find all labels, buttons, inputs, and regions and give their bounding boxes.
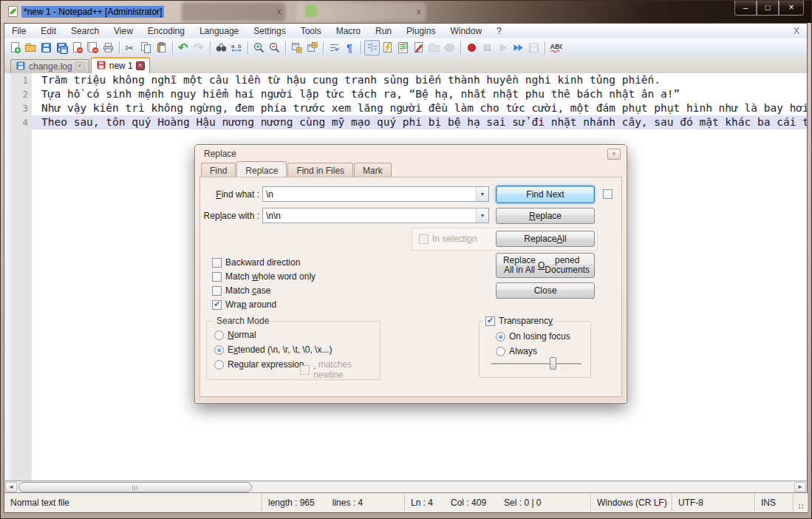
folder-workspace-button[interactable]: [426, 40, 442, 55]
save-all-button[interactable]: [54, 40, 69, 55]
tab-close-icon[interactable]: ×: [136, 61, 145, 70]
dialog-tab-find-in-files[interactable]: Find in Files: [287, 163, 353, 177]
menu-help[interactable]: ?: [489, 24, 509, 38]
new-file-button[interactable]: [7, 40, 23, 55]
title-bar[interactable]: x x *new 1 - Notepad++ [Administrator] –…: [1, 1, 811, 23]
menu-edit[interactable]: Edit: [33, 24, 64, 38]
menu-plugins[interactable]: Plugins: [399, 24, 443, 38]
replace-button[interactable]: ab: [229, 40, 245, 55]
find-what-combobox[interactable]: \n ▼: [262, 186, 489, 202]
replace-all-button[interactable]: Replace All: [496, 231, 595, 247]
menu-settings[interactable]: Settings: [246, 24, 293, 38]
slider-thumb[interactable]: [550, 357, 556, 370]
dialog-tab-find[interactable]: Find: [201, 163, 236, 177]
status-encoding[interactable]: UTF-8: [672, 493, 755, 512]
find-what-value[interactable]: \n: [263, 187, 476, 201]
always-radio[interactable]: Always: [496, 346, 537, 356]
dialog-tab-replace[interactable]: Replace: [236, 161, 287, 177]
checkbox-box[interactable]: [212, 258, 222, 268]
radio-circle[interactable]: [496, 347, 505, 356]
regular-radio[interactable]: Regular expression: [214, 359, 304, 370]
replace-button[interactable]: Replace: [496, 208, 595, 224]
checkbox-box[interactable]: [419, 234, 429, 244]
menu-file[interactable]: File: [4, 24, 33, 38]
extended-radio[interactable]: Extended (\n, \r, \t, \0, \x...): [214, 345, 332, 355]
radio-circle[interactable]: [214, 345, 224, 355]
menu-tools[interactable]: Tools: [293, 24, 329, 38]
menu-window[interactable]: Window: [443, 24, 489, 38]
transparency-slider[interactable]: [491, 357, 581, 370]
dialog-close-button[interactable]: Close: [496, 282, 595, 299]
replace-all-opened-button[interactable]: Replace All in All Opened Documents: [496, 253, 595, 278]
word-wrap-button[interactable]: [327, 40, 342, 55]
scroll-right-arrow-icon[interactable]: ►: [794, 482, 806, 492]
macro-play-button[interactable]: [495, 40, 511, 55]
print-button[interactable]: [100, 40, 116, 55]
menu-encoding[interactable]: Encoding: [140, 24, 192, 38]
checkbox-box[interactable]: [212, 300, 222, 310]
open-file-button[interactable]: [23, 40, 38, 55]
menu-search[interactable]: Search: [64, 24, 106, 38]
scrollbar-thumb[interactable]: [18, 482, 252, 492]
menu-close-icon[interactable]: X: [794, 26, 799, 36]
menu-run[interactable]: Run: [368, 24, 399, 38]
doc-switcher-button[interactable]: [442, 40, 457, 55]
dialog-tab-mark[interactable]: Mark: [354, 163, 392, 177]
menu-language[interactable]: Language: [192, 24, 246, 38]
save-button[interactable]: [38, 40, 54, 55]
document-map-button[interactable]: [395, 40, 411, 55]
indent-guide-button[interactable]: [364, 40, 380, 55]
minimize-button[interactable]: –: [734, 1, 757, 16]
close-file-button[interactable]: [69, 40, 85, 55]
checkbox-box[interactable]: [212, 286, 222, 296]
slider-track[interactable]: [491, 363, 581, 364]
zoom-out-button[interactable]: [267, 40, 282, 55]
redo-button[interactable]: ↷: [191, 40, 207, 55]
close-all-button[interactable]: [85, 40, 100, 55]
matches-newline-checkbox[interactable]: . matches newline: [300, 359, 380, 380]
show-all-chars-button[interactable]: ¶: [342, 40, 358, 55]
match-case-checkbox[interactable]: Match case: [212, 285, 270, 296]
spell-check-button[interactable]: ABC: [548, 40, 564, 55]
dropdown-arrow-icon[interactable]: ▼: [476, 208, 488, 223]
match-whole-word-only-checkbox[interactable]: Match whole word only: [212, 271, 315, 282]
status-insert-mode[interactable]: INS: [755, 493, 794, 512]
copy-button[interactable]: [138, 40, 154, 55]
doc-tab-new-1[interactable]: new 1×: [91, 57, 150, 73]
checkbox-box[interactable]: [300, 365, 310, 375]
macro-run-multiple-button[interactable]: [511, 40, 526, 55]
menu-view[interactable]: View: [106, 24, 140, 38]
sync-horizontal-button[interactable]: [304, 40, 320, 55]
cut-button[interactable]: ✂: [123, 40, 138, 55]
menu-macro[interactable]: Macro: [329, 24, 368, 38]
define-language-button[interactable]: [411, 40, 426, 55]
radio-circle[interactable]: [496, 332, 505, 342]
macro-record-button[interactable]: [464, 40, 480, 55]
on-losing-focus-radio[interactable]: On losing focus: [496, 331, 570, 342]
wrap-around-checkbox[interactable]: Wrap around: [212, 299, 276, 310]
paste-button[interactable]: [154, 40, 169, 55]
sync-vertical-button[interactable]: [289, 40, 304, 55]
zoom-in-button[interactable]: [251, 40, 267, 55]
replace-with-combobox[interactable]: \n\n ▼: [262, 208, 489, 223]
function-list-button[interactable]: [380, 40, 395, 55]
horizontal-scrollbar[interactable]: ◄ ►: [4, 481, 807, 492]
replace-with-value[interactable]: \n\n: [263, 208, 476, 223]
in-selection-checkbox[interactable]: In selection: [419, 234, 477, 244]
doc-tab-change-log[interactable]: change.log×: [10, 59, 89, 73]
dialog-title-bar[interactable]: Replace ×: [195, 145, 627, 163]
find-next-button[interactable]: Find Next: [496, 186, 595, 203]
backward-direction-checkbox[interactable]: Backward direction: [212, 257, 300, 268]
maximize-button[interactable]: □: [757, 1, 779, 16]
macro-save-button[interactable]: [526, 40, 542, 55]
find-next-toggle-checkbox[interactable]: [603, 189, 613, 199]
scroll-left-arrow-icon[interactable]: ◄: [5, 482, 17, 492]
close-button[interactable]: ×: [779, 1, 804, 16]
tab-close-icon[interactable]: ×: [75, 62, 84, 71]
checkbox-box[interactable]: [212, 272, 222, 282]
transparency-checkbox[interactable]: Transparency: [485, 316, 553, 326]
checkbox-box[interactable]: [485, 316, 495, 326]
find-button[interactable]: [214, 40, 229, 55]
resize-grip[interactable]: [794, 493, 807, 512]
radio-circle[interactable]: [214, 360, 224, 370]
